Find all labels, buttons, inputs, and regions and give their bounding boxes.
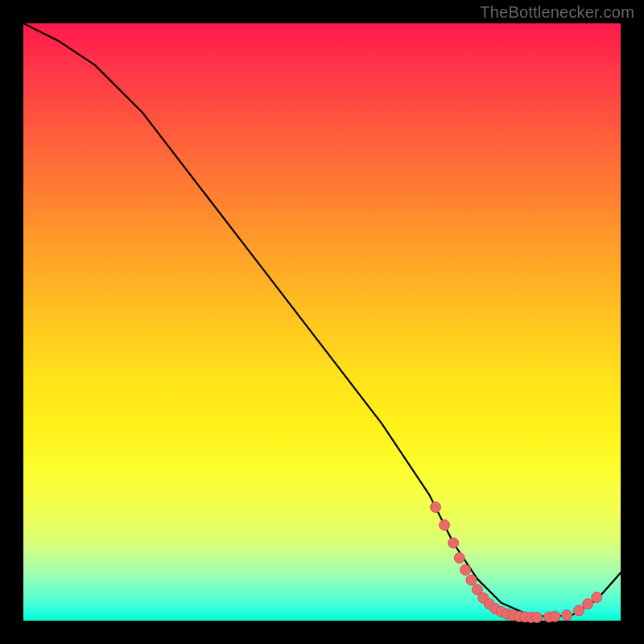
data-marker bbox=[440, 520, 450, 530]
data-marker bbox=[532, 612, 543, 622]
watermark-text: TheBottlenecker.com bbox=[480, 3, 634, 22]
plot-area bbox=[23, 23, 621, 621]
chart-frame: TheBottlenecker.com bbox=[0, 0, 644, 644]
data-marker bbox=[592, 592, 602, 603]
data-marker bbox=[460, 564, 471, 575]
chart-svg bbox=[23, 23, 621, 621]
data-marker bbox=[448, 538, 459, 548]
data-marker bbox=[583, 599, 593, 609]
bottleneck-curve bbox=[23, 23, 621, 617]
data-marker bbox=[466, 575, 477, 585]
data-marker bbox=[550, 611, 560, 621]
data-marker bbox=[454, 553, 464, 564]
data-marker bbox=[431, 502, 441, 513]
data-marker bbox=[574, 605, 584, 616]
data-marker bbox=[562, 610, 572, 621]
data-markers bbox=[431, 502, 602, 623]
